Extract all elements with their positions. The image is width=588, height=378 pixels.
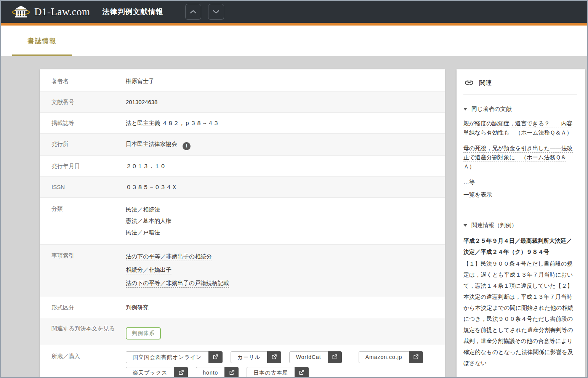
table-row: 分類 民法／相続法 憲法／基本的人権 民法／戸籍法 xyxy=(40,198,445,245)
author-value: 榊原富士子 xyxy=(126,76,445,86)
tab-bar: 書誌情報 xyxy=(1,26,587,56)
row-label-issn: ISSN xyxy=(40,182,126,192)
content-area: 著者名 榊原富士子 文献番号 2013024638 掲載誌等 法と民主主義 ４８… xyxy=(1,56,587,377)
divider xyxy=(463,211,577,211)
row-label-journal: 掲載誌等 xyxy=(40,118,126,128)
info-icon[interactable]: i xyxy=(183,142,191,150)
holdings-button-honto[interactable]: honto xyxy=(196,367,239,378)
etc-text: …等 xyxy=(463,179,577,186)
page-title: 法律判例文献情報 xyxy=(102,7,163,17)
brand-logo[interactable]: D1-Law.com xyxy=(12,5,90,19)
next-record-button[interactable] xyxy=(208,4,224,20)
format-value: 判例研究 xyxy=(126,303,445,312)
category-item: 民法／相続法 xyxy=(126,204,436,215)
table-row: 掲載誌等 法と民主主義 ４８２，ｐ３８～４３ xyxy=(40,113,445,134)
record-panel: 著者名 榊原富士子 文献番号 2013024638 掲載誌等 法と民主主義 ４８… xyxy=(40,69,445,378)
link-icon xyxy=(464,78,474,88)
section-related-cases[interactable]: 関連情報（判例） xyxy=(463,222,577,229)
row-label-category: 分類 xyxy=(40,204,126,238)
table-row: 関連する判決本文を見る 判例体系 xyxy=(40,318,445,345)
accent-bar xyxy=(1,23,587,26)
related-sidebar: 関連 同じ著者の文献 親が軽度の認知症，遺言できる？――内容単純なら有効性も （… xyxy=(457,69,585,378)
holdings-button-label: 楽天ブックス xyxy=(126,367,174,378)
triangle-down-icon xyxy=(463,224,467,227)
row-label-author: 著者名 xyxy=(40,76,126,86)
holdings-button-calil[interactable]: カーリル xyxy=(231,351,281,363)
related-header: 関連 xyxy=(463,69,577,95)
category-values: 民法／相続法 憲法／基本的人権 民法／戸籍法 xyxy=(126,204,445,238)
issn-value: ０３８５－０３４Ｘ xyxy=(126,182,445,192)
journal-value: 法と民主主義 ４８２，ｐ３８～４３ xyxy=(126,118,445,128)
table-row: 発行所 日本民主法律家協会 i xyxy=(40,134,445,156)
tab-label: 書誌情報 xyxy=(28,37,57,45)
holdings-button-kosho[interactable]: 日本の古本屋 xyxy=(247,367,308,378)
related-title: 関連 xyxy=(479,78,492,87)
row-label-doc-number: 文献番号 xyxy=(40,97,126,107)
subject-index-values: 法の下の平等／非嫡出子の相続分 相続分／非嫡出子 法の下の平等／非嫡出子の戸籍続… xyxy=(126,251,445,291)
doc-number-value: 2013024638 xyxy=(126,97,445,107)
holdings-button-label: Amazon.co.jp xyxy=(359,351,409,363)
subject-index-link[interactable]: 法の下の平等／非嫡出子の戸籍続柄記載 xyxy=(126,277,229,289)
subject-index-link[interactable]: 相続分／非嫡出子 xyxy=(126,264,171,275)
holdings-button-label: 日本の古本屋 xyxy=(247,367,294,378)
row-label-format: 形式区分 xyxy=(40,303,126,312)
external-link-icon xyxy=(409,351,423,363)
external-link-icon xyxy=(328,351,342,363)
publisher-value: 日本民主法律家協会 i xyxy=(126,139,445,150)
row-label-related-judgment: 関連する判決本文を見る xyxy=(40,324,126,340)
table-row: 著者名 榊原富士子 xyxy=(40,69,445,92)
table-row: 事項索引 法の下の平等／非嫡出子の相続分 相続分／非嫡出子 法の下の平等／非嫡出… xyxy=(40,245,445,297)
holdings-button-ndl[interactable]: 国立国会図書館オンライン xyxy=(126,351,223,363)
row-label-holdings: 所蔵／購入 xyxy=(40,351,126,378)
triangle-down-icon xyxy=(463,108,467,111)
external-link-icon xyxy=(174,367,188,378)
pub-date-value: ２０１３．１０ xyxy=(126,161,445,171)
tab-bibliographic-info[interactable]: 書誌情報 xyxy=(12,26,72,56)
holdings-button-worldcat[interactable]: WorldCat xyxy=(289,351,342,363)
chevron-up-icon xyxy=(190,10,197,14)
row-label-subject-index: 事項索引 xyxy=(40,251,126,291)
publisher-name: 日本民主法律家協会 xyxy=(126,141,177,147)
courthouse-logo-icon xyxy=(12,5,30,19)
related-judgment-value: 判例体系 xyxy=(126,324,445,340)
brand-name: D1-Law.com xyxy=(34,6,90,18)
same-author-link[interactable]: 母の死後，兄が預金を引き出した――法改正で遺産分割対象に （ホーム法務Ｑ＆Ａ） xyxy=(463,144,577,171)
prev-record-button[interactable] xyxy=(185,4,201,20)
holdings-button-rakuten[interactable]: 楽天ブックス xyxy=(126,367,188,378)
table-row: ISSN ０３８５－０３４Ｘ xyxy=(40,177,445,198)
subject-index-link[interactable]: 法の下の平等／非嫡出子の相続分 xyxy=(126,251,212,262)
holdings-button-amazon[interactable]: Amazon.co.jp xyxy=(359,351,423,363)
section-same-author[interactable]: 同じ著者の文献 xyxy=(463,106,577,113)
holdings-button-label: 国立国会図書館オンライン xyxy=(126,351,208,363)
holdings-button-label: honto xyxy=(196,367,224,378)
holdings-value: 国立国会図書館オンライン カーリル WorldCat Amazon.c xyxy=(126,351,445,378)
category-item: 憲法／基本的人権 xyxy=(126,215,436,227)
external-link-icon xyxy=(208,351,223,363)
external-link-icon xyxy=(224,367,239,378)
chevron-down-icon xyxy=(213,10,219,14)
section-heading: 同じ著者の文献 xyxy=(471,106,512,113)
row-label-publisher: 発行所 xyxy=(40,139,126,150)
holdings-button-label: カーリル xyxy=(231,351,267,363)
app-header: D1-Law.com 法律判例文献情報 xyxy=(1,1,587,23)
case-summary: 【１】民法９００条４号ただし書前段の規定は，遅くとも平成１３年７月当時において，… xyxy=(463,258,577,368)
holdings-button-label: WorldCat xyxy=(289,351,328,363)
external-link-icon xyxy=(267,351,281,363)
table-row: 形式区分 判例研究 xyxy=(40,297,445,318)
case-title: 平成２５年９月４日／最高裁判所大法廷／決定／平成２４年（ク）９８４号 xyxy=(463,235,577,257)
table-row: 発行年月日 ２０１３．１０ xyxy=(40,156,445,177)
external-link-icon xyxy=(295,367,309,378)
row-label-pub-date: 発行年月日 xyxy=(40,161,126,171)
same-author-link[interactable]: 親が軽度の認知症，遺言できる？――内容単純なら有効性も （ホーム法務Ｑ＆Ａ） xyxy=(463,119,577,137)
section-heading: 関連情報（判例） xyxy=(471,222,517,229)
table-row: 所蔵／購入 国立国会図書館オンライン カーリル WorldCat xyxy=(40,345,445,378)
table-row: 文献番号 2013024638 xyxy=(40,92,445,113)
category-item: 民法／戸籍法 xyxy=(126,227,436,238)
case-law-system-button[interactable]: 判例体系 xyxy=(126,327,161,340)
show-list-link[interactable]: 一覧を表示 xyxy=(463,191,492,199)
